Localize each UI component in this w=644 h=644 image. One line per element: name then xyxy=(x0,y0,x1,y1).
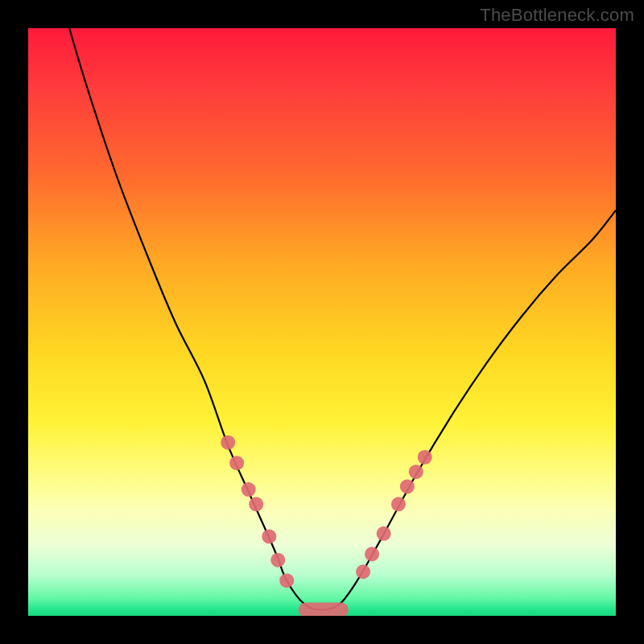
right-cluster-points-dot-4 xyxy=(400,479,415,493)
left-cluster-points-dot-2 xyxy=(242,482,256,497)
bottleneck-curve-path xyxy=(69,28,616,610)
attribution-text: TheBottleneck.com xyxy=(480,5,634,26)
bottleneck-curve xyxy=(69,28,616,610)
right-cluster-points-dot-2 xyxy=(377,526,391,541)
left-cluster-points-dot-6 xyxy=(279,573,294,588)
curve-layer xyxy=(28,28,616,616)
left-cluster-points-dot-0 xyxy=(221,436,235,450)
left-cluster-points-dot-1 xyxy=(229,456,244,470)
left-cluster-points-dot-4 xyxy=(262,529,276,543)
right-cluster-points-dot-6 xyxy=(418,450,432,464)
plot-area xyxy=(28,28,616,616)
right-cluster-points-dot-1 xyxy=(365,547,379,561)
chart-frame: TheBottleneck.com xyxy=(0,0,644,644)
left-cluster-points-dot-5 xyxy=(270,553,285,568)
right-cluster-points-dot-0 xyxy=(356,564,370,579)
right-cluster-points-dot-3 xyxy=(391,497,406,511)
valley-flat-segment xyxy=(299,603,349,616)
right-cluster-points-dot-5 xyxy=(409,464,423,479)
left-cluster-points-dot-3 xyxy=(249,497,263,511)
valley-bar xyxy=(299,603,349,616)
